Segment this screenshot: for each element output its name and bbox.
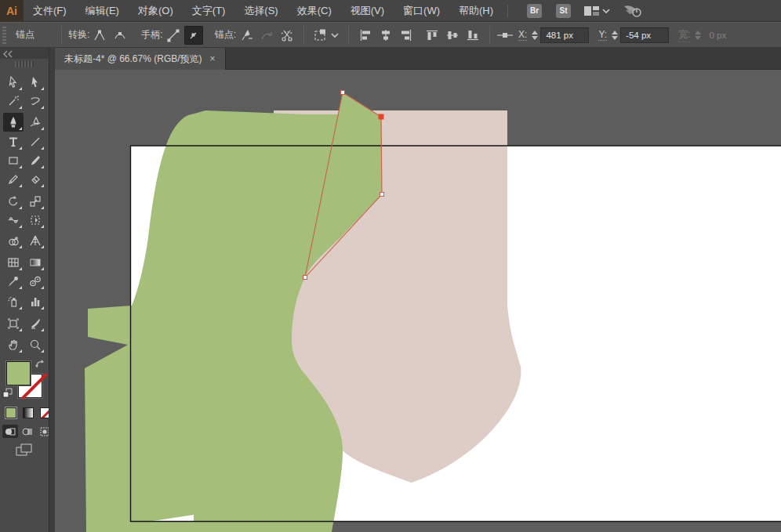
document-tab-title: 未标题-4* @ 66.67% (RGB/预览) [64,52,202,66]
symbol-sprayer-tool[interactable] [3,292,24,311]
hide-handles-icon [187,28,201,42]
artboard-tool[interactable] [3,314,24,333]
pen-tool[interactable] [3,113,24,132]
anchor-point[interactable] [303,276,307,280]
perspective-grid-tool[interactable] [25,231,45,250]
align-right-button[interactable] [397,26,416,45]
align-center-h-button[interactable] [376,26,395,45]
menu-object[interactable]: 对象(O) [129,0,183,22]
type-tool[interactable] [3,132,24,151]
menu-select[interactable]: 选择(S) [234,0,287,22]
gpu-performance-button[interactable] [623,3,643,19]
stock-button[interactable]: St [556,4,571,18]
gradient-tool[interactable] [25,253,45,272]
y-label[interactable]: Y: [598,29,607,41]
eyedropper-tool[interactable] [3,272,24,291]
x-label[interactable]: X: [518,29,527,41]
pencil-tool[interactable] [3,170,24,189]
default-fill-stroke-icon[interactable] [2,387,13,401]
draw-normal-button[interactable] [2,425,18,438]
draw-behind-button[interactable] [20,425,35,438]
menu-type[interactable]: 文字(T) [183,0,235,22]
menu-edit[interactable]: 编辑(E) [76,0,129,22]
chevron-down-icon [603,9,609,13]
lasso-tool[interactable] [25,92,45,110]
pen-remove-anchor-icon [239,28,253,42]
menu-effect[interactable]: 效果(C) [288,0,341,22]
width-tool[interactable] [3,211,24,230]
width-stepper [693,27,702,43]
panel-gripper[interactable] [15,61,34,67]
eraser-tool[interactable] [25,170,45,189]
curvature-tool[interactable] [25,113,45,132]
show-handles-icon [166,28,180,42]
x-input[interactable] [540,27,589,43]
align-top-button[interactable] [423,26,441,45]
tab-close-icon[interactable]: × [210,53,216,64]
convert-to-corner-button[interactable] [90,26,109,45]
connect-endpoints-icon [260,28,274,42]
hand-tool[interactable] [3,335,24,354]
x-stepper[interactable] [530,27,539,43]
divider [489,26,490,45]
y-input[interactable] [620,27,669,43]
anchor-point[interactable] [380,193,384,197]
convert-corner-icon [93,28,107,42]
screen-mode-button[interactable] [15,443,34,461]
convert-to-smooth-button[interactable] [111,26,129,45]
y-stepper[interactable] [610,27,619,43]
blend-tool[interactable] [25,272,45,291]
scale-tool[interactable] [25,192,45,211]
tools-panel-header[interactable] [0,48,49,59]
show-handles-button[interactable] [164,26,183,45]
document-tab-bar: 未标题-4* @ 66.67% (RGB/预览) × [55,48,781,70]
menu-window[interactable]: 窗口(W) [394,0,449,22]
slice-tool[interactable] [25,314,45,333]
rotate-tool[interactable] [3,192,24,211]
fill-swatch[interactable] [6,361,31,385]
line-segment-tool[interactable] [25,132,45,151]
align-center-h-icon [379,28,393,42]
shape-builder-tool[interactable] [3,231,24,250]
control-bar-grip[interactable] [2,27,6,44]
zoom-tool[interactable] [25,335,45,354]
free-transform-tool[interactable] [25,211,45,230]
bridge-button[interactable]: Br [527,4,542,18]
tools-panel [0,48,49,532]
align-left-button[interactable] [356,26,375,45]
direct-selection-tool[interactable] [25,73,45,92]
column-graph-tool[interactable] [25,292,45,311]
convert-smooth-icon [113,28,127,42]
handles-label: 手柄: [141,28,162,42]
control-bar: 锚点 转换: 手柄: [0,22,781,48]
isolate-object-button[interactable] [311,26,341,45]
rectangle-tool[interactable] [3,151,24,170]
hide-handles-button[interactable] [184,26,203,45]
connect-endpoints-button[interactable] [257,26,276,45]
remove-anchor-button[interactable] [237,26,256,45]
menu-view[interactable]: 视图(V) [341,0,394,22]
width-label: 宽: [678,28,690,42]
workspace-switcher-button[interactable] [583,5,610,17]
gradient-mode-button[interactable] [23,407,34,418]
color-mode-button[interactable] [5,407,16,418]
anchor-point-selected[interactable] [379,114,384,120]
anchor-point[interactable] [341,91,345,95]
align-bottom-button[interactable] [463,26,482,45]
selection-tool[interactable] [3,73,24,92]
paintbrush-tool[interactable] [25,151,45,170]
menu-help[interactable]: 帮助(H) [449,0,503,22]
align-right-icon [399,28,413,42]
swap-fill-stroke-icon[interactable] [35,358,45,372]
illustrator-logo[interactable]: Ai [0,0,24,22]
align-middle-v-button[interactable] [443,26,462,45]
document-canvas[interactable] [55,70,781,532]
menu-file[interactable]: 文件(F) [24,0,76,22]
mesh-tool[interactable] [3,253,24,272]
cut-path-button[interactable] [278,26,296,45]
magic-wand-tool[interactable] [3,92,24,110]
convert-label: 转换: [68,28,89,42]
document-tab[interactable]: 未标题-4* @ 66.67% (RGB/预览) × [55,48,226,70]
panel-gutter [49,48,55,532]
width-input [703,27,739,43]
